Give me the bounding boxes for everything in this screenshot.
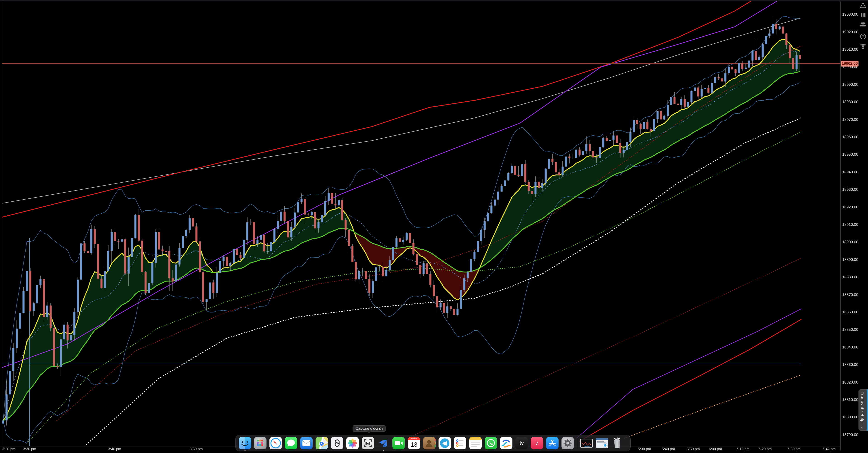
- price-axis-label: 18910.00: [842, 222, 858, 227]
- dock: AOÛT13tv♪: [235, 435, 631, 451]
- price-axis-label: 18950.00: [842, 152, 858, 157]
- running-indicator: [244, 450, 246, 451]
- help-tab-label: Tradovate Help: [860, 392, 865, 422]
- dock-item-music[interactable]: ♪: [531, 437, 543, 449]
- dock-item-window-thumb-safari[interactable]: [596, 437, 608, 449]
- time-axis-label: 3:20 pm: [2, 447, 16, 451]
- time-axis-label: 3:40 pm: [108, 447, 121, 451]
- dock-item-appstore[interactable]: [546, 437, 559, 449]
- chevron-left-icon[interactable]: ‹: [861, 425, 863, 430]
- dock-item-window-thumb-chart[interactable]: [580, 437, 593, 449]
- columns-icon[interactable]: [860, 12, 866, 19]
- running-indicator: [383, 450, 384, 451]
- price-axis-label: 18880.00: [842, 275, 858, 279]
- time-axis-label: 6:00 pm: [709, 447, 722, 451]
- svg-text:?: ?: [862, 35, 864, 38]
- price-axis-label: 18790.00: [842, 433, 858, 437]
- price-axis-label: 18860.00: [842, 310, 858, 314]
- dock-tooltip: Capture d'écran: [352, 425, 385, 432]
- dock-item-appletv[interactable]: tv: [515, 437, 528, 449]
- dock-item-finder[interactable]: [239, 437, 251, 449]
- price-axis-label: 18820.00: [842, 380, 858, 385]
- dock-item-settings[interactable]: [561, 437, 574, 449]
- time-axis-label: 6:30 pm: [787, 447, 801, 451]
- price-axis-label: 18920.00: [842, 205, 858, 209]
- dock-item-screenshot[interactable]: [362, 437, 374, 449]
- price-axis-label: 19020.00: [842, 30, 858, 34]
- price-axis-label: 18850.00: [842, 328, 858, 332]
- price-axis-label: 18900.00: [842, 240, 858, 244]
- dock-item-tradovate[interactable]: [377, 437, 390, 449]
- price-axis-label: 18940.00: [842, 170, 858, 174]
- community-icon[interactable]: [860, 21, 866, 28]
- last-price-tag: 19002.00: [841, 61, 859, 66]
- time-axis-label: 6:20 pm: [758, 447, 772, 451]
- dock-item-telegram[interactable]: [438, 437, 451, 449]
- price-axis-label: 19010.00: [842, 47, 858, 52]
- price-axis-label: 18800.00: [842, 415, 858, 420]
- price-axis-label: 18840.00: [842, 345, 858, 349]
- dock-item-facetime[interactable]: [393, 437, 405, 449]
- dock-item-whatsapp[interactable]: [485, 437, 497, 449]
- price-axis-label: 19030.00: [842, 12, 858, 17]
- dock-item-freeform[interactable]: [500, 437, 513, 449]
- price-axis-label: 18870.00: [842, 292, 858, 297]
- desktop-screen: 19030.0019020.0019010.0019000.0018990.00…: [0, 0, 868, 453]
- dock-item-maps[interactable]: [315, 437, 328, 449]
- warning-icon[interactable]: [860, 2, 866, 8]
- price-axis-label: 18810.00: [842, 398, 858, 402]
- dock-item-messages[interactable]: [285, 437, 297, 449]
- help-tab[interactable]: Tradovate Help ‹: [859, 389, 868, 431]
- price-axis-label: 18930.00: [842, 187, 858, 192]
- price-axis-label: 18990.00: [842, 82, 858, 87]
- dock-item-trash[interactable]: [611, 437, 623, 449]
- time-axis-label: 5:30 pm: [638, 447, 651, 451]
- dock-item-safari[interactable]: [270, 437, 282, 449]
- time-axis-label: 3:30 pm: [23, 447, 36, 451]
- help-circle-icon[interactable]: ?: [860, 33, 866, 40]
- right-sidebar: ?: [858, 0, 868, 453]
- time-axis-label: 6:42 pm: [823, 447, 836, 451]
- time-axis-label: 3:50 pm: [190, 447, 203, 451]
- dock-item-chatgpt[interactable]: [331, 437, 343, 449]
- window-top-strip: [0, 0, 868, 1]
- price-axis-label: 18890.00: [842, 257, 858, 262]
- help-tab-accent: [867, 389, 868, 431]
- dock-item-reminders[interactable]: [454, 437, 466, 449]
- dock-item-notes[interactable]: [469, 437, 482, 449]
- dock-item-launchpad[interactable]: [254, 437, 267, 449]
- price-axis-label: 18980.00: [842, 100, 858, 104]
- price-axis-label: 18970.00: [842, 117, 858, 122]
- time-axis-label: 5:50 pm: [687, 447, 700, 451]
- time-axis-label: 5:40 pm: [662, 447, 675, 451]
- dock-item-contacts[interactable]: [423, 437, 436, 449]
- dock-divider: [577, 437, 577, 449]
- dock-item-mail[interactable]: [300, 437, 313, 449]
- dock-item-calendar[interactable]: AOÛT13: [408, 437, 420, 449]
- price-chart-canvas[interactable]: [0, 0, 868, 453]
- dock-item-photos[interactable]: [346, 437, 359, 449]
- price-axis-label: 18960.00: [842, 135, 858, 139]
- time-axis-label: 6:10 pm: [737, 447, 749, 451]
- trophy-icon[interactable]: [860, 43, 866, 50]
- price-axis-label: 18830.00: [842, 363, 858, 367]
